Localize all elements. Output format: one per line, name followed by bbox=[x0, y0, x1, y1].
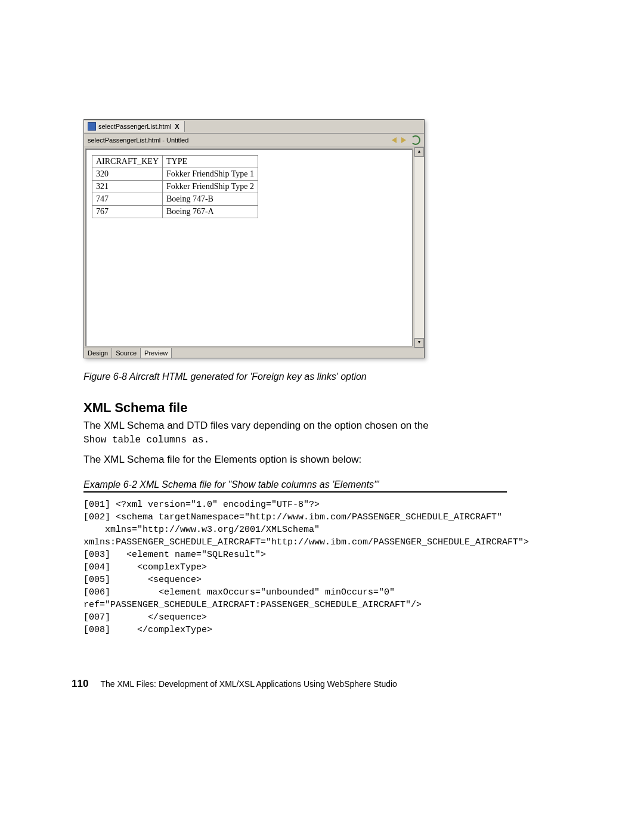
section-heading: XML Schema file bbox=[83, 400, 507, 416]
code-listing: [001] <?xml version="1.0" encoding="UTF-… bbox=[83, 498, 507, 636]
forward-icon[interactable] bbox=[401, 137, 406, 143]
editor-tab[interactable]: selectPassengerList.html X bbox=[84, 121, 185, 132]
back-icon[interactable] bbox=[392, 137, 397, 143]
nav-icons bbox=[392, 135, 420, 145]
document-title: selectPassengerList.html - Untitled bbox=[88, 137, 188, 144]
tab-design[interactable]: Design bbox=[84, 348, 112, 358]
table-row: 321Fokker FriendShip Type 2 bbox=[92, 181, 258, 193]
tab-bar: selectPassengerList.html X bbox=[84, 120, 424, 134]
vertical-scrollbar[interactable]: ▴ ▾ bbox=[414, 147, 424, 348]
refresh-icon[interactable] bbox=[411, 135, 420, 145]
preview-content: AIRCRAFT_KEY TYPE 320Fokker FriendShip T… bbox=[85, 148, 413, 346]
table-row: 767Boeing 767-A bbox=[92, 206, 258, 218]
title-bar: selectPassengerList.html - Untitled bbox=[84, 134, 424, 147]
col-header: AIRCRAFT_KEY bbox=[92, 156, 163, 168]
close-icon[interactable]: X bbox=[174, 123, 180, 130]
tab-source[interactable]: Source bbox=[112, 348, 141, 358]
inline-code: Show table columns as. bbox=[83, 435, 209, 445]
table-row: 320Fokker FriendShip Type 1 bbox=[92, 168, 258, 181]
editor-window: selectPassengerList.html X selectPasseng… bbox=[83, 119, 425, 358]
book-title: The XML Files: Development of XML/XSL Ap… bbox=[100, 679, 397, 689]
scroll-down-icon[interactable]: ▾ bbox=[414, 338, 424, 348]
table-row: 747Boeing 747-B bbox=[92, 193, 258, 206]
col-header: TYPE bbox=[163, 156, 258, 168]
figure-caption: Figure 6-8 Aircraft HTML generated for '… bbox=[83, 371, 572, 382]
paragraph: The XML Schema and DTD files vary depend… bbox=[83, 419, 507, 447]
view-tabs: Design Source Preview bbox=[84, 348, 424, 358]
aircraft-table: AIRCRAFT_KEY TYPE 320Fokker FriendShip T… bbox=[92, 155, 258, 218]
scroll-up-icon[interactable]: ▴ bbox=[414, 147, 424, 157]
divider bbox=[83, 491, 507, 493]
paragraph: The XML Schema file for the Elements opt… bbox=[83, 453, 507, 467]
tab-preview[interactable]: Preview bbox=[141, 348, 172, 358]
tab-label: selectPassengerList.html bbox=[98, 123, 171, 130]
html-file-icon bbox=[88, 122, 96, 131]
example-caption: Example 6-2 XML Schema file for "Show ta… bbox=[83, 479, 507, 490]
page-footer: 110 The XML Files: Development of XML/XS… bbox=[72, 678, 572, 690]
table-header-row: AIRCRAFT_KEY TYPE bbox=[92, 156, 258, 168]
page-number: 110 bbox=[72, 678, 88, 690]
